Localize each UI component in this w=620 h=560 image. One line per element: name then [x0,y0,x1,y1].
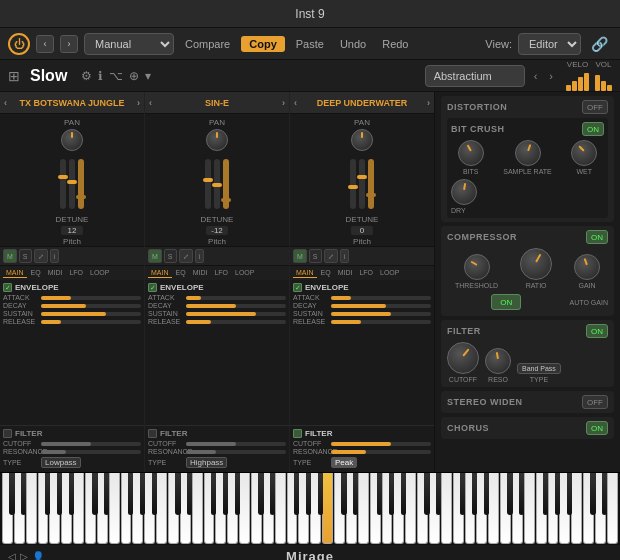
osc2-mute-btn[interactable]: M [148,249,162,263]
white-key[interactable] [14,473,25,544]
black-key[interactable] [104,473,109,515]
osc3-vslider-2[interactable] [359,159,365,209]
black-key[interactable] [353,473,358,515]
white-key[interactable] [156,473,167,544]
osc3-fx-btn[interactable]: ⤢ [324,249,338,263]
black-key[interactable] [484,473,489,515]
osc1-pan-knob[interactable] [61,129,83,151]
white-key[interactable] [215,473,226,544]
midi-icon[interactable]: ⌥ [109,69,123,83]
black-key[interactable] [543,473,548,515]
preset-bank-input[interactable] [425,65,525,87]
black-key[interactable] [318,473,323,515]
white-key[interactable] [429,473,440,544]
osc3-vslider-1[interactable] [350,159,356,209]
black-key[interactable] [152,473,157,515]
black-key[interactable] [140,473,145,515]
osc1-fx-btn[interactable]: ⤢ [34,249,48,263]
osc1-env-checkbox[interactable]: ✓ [3,283,12,292]
osc3-pan-knob[interactable] [351,129,373,151]
black-key[interactable] [187,473,192,515]
osc1-cutoff-slider[interactable] [41,442,141,446]
white-key[interactable] [607,473,618,544]
black-key[interactable] [519,473,524,515]
osc1-sustain-slider[interactable] [41,312,141,316]
black-key[interactable] [472,473,477,515]
osc2-decay-slider[interactable] [186,304,286,308]
next-button[interactable]: › [60,35,78,53]
white-key[interactable] [168,473,179,544]
osc3-vslider-3[interactable] [368,159,374,209]
compare-button[interactable]: Compare [180,36,235,52]
kbd-scroll-right[interactable]: ▷ [20,551,28,560]
white-key[interactable] [85,473,96,544]
black-key[interactable] [306,473,311,515]
white-key[interactable] [287,473,298,544]
undo-button[interactable]: Undo [335,36,371,52]
white-key[interactable] [263,473,274,544]
osc2-pan-knob[interactable] [206,129,228,151]
auto-gain-button[interactable]: ON [491,294,521,310]
black-key[interactable] [9,473,14,515]
osc1-vslider-2[interactable] [69,159,75,209]
white-key[interactable] [121,473,132,544]
black-key[interactable] [175,473,180,515]
white-key[interactable] [358,473,369,544]
osc3-filter-checkbox[interactable] [293,429,302,438]
osc1-vslider-3[interactable] [78,159,84,209]
white-key[interactable] [441,473,452,544]
filter-type-value[interactable]: Band Pass [517,363,561,374]
osc2-tab-lfo[interactable]: LFO [211,268,231,278]
modulate-icon[interactable]: ⊕ [129,69,139,83]
black-key[interactable] [377,473,382,515]
osc3-tab-midi[interactable]: MIDI [335,268,356,278]
osc3-resonance-slider[interactable] [331,450,431,454]
osc3-env-checkbox[interactable]: ✓ [293,283,302,292]
black-key[interactable] [424,473,429,515]
white-key[interactable] [536,473,547,544]
black-key[interactable] [21,473,26,515]
white-key[interactable] [239,473,250,544]
white-key[interactable] [334,473,345,544]
white-key[interactable] [251,473,262,544]
osc1-decay-slider[interactable] [41,304,141,308]
filter-status[interactable]: ON [586,324,608,338]
white-key[interactable] [2,473,13,544]
white-key[interactable] [465,473,476,544]
white-key[interactable] [453,473,464,544]
osc1-tab-eq[interactable]: EQ [28,268,44,278]
black-key[interactable] [460,473,465,515]
white-key[interactable] [97,473,108,544]
black-key[interactable] [211,473,216,515]
save-icon[interactable]: ▾ [145,69,151,83]
white-key[interactable] [524,473,535,544]
osc3-prev-arrow[interactable]: ‹ [294,98,297,108]
osc1-vslider-1[interactable] [60,159,66,209]
black-key[interactable] [270,473,275,515]
osc3-attack-slider[interactable] [331,296,431,300]
osc3-info-btn[interactable]: i [340,249,350,263]
white-key[interactable] [132,473,143,544]
white-key[interactable] [61,473,72,544]
white-key[interactable] [512,473,523,544]
osc1-solo-btn[interactable]: S [19,249,32,263]
bitcrush-status[interactable]: ON [582,122,604,136]
osc2-release-slider[interactable] [186,320,286,324]
black-key[interactable] [45,473,50,515]
osc1-filter-type[interactable]: Lowpass [41,457,81,468]
white-key[interactable] [144,473,155,544]
osc1-next-arrow[interactable]: › [137,98,140,108]
black-key[interactable] [555,473,560,515]
white-key[interactable] [405,473,416,544]
osc1-resonance-slider[interactable] [41,450,141,454]
osc1-tab-midi[interactable]: MIDI [45,268,66,278]
osc3-decay-slider[interactable] [331,304,431,308]
white-key[interactable] [180,473,191,544]
white-key[interactable] [109,473,120,544]
white-key[interactable] [595,473,606,544]
white-key[interactable] [49,473,60,544]
comp-gain-knob[interactable] [574,254,600,280]
sample-rate-knob[interactable] [515,140,541,166]
white-key[interactable] [382,473,393,544]
white-key[interactable] [583,473,594,544]
